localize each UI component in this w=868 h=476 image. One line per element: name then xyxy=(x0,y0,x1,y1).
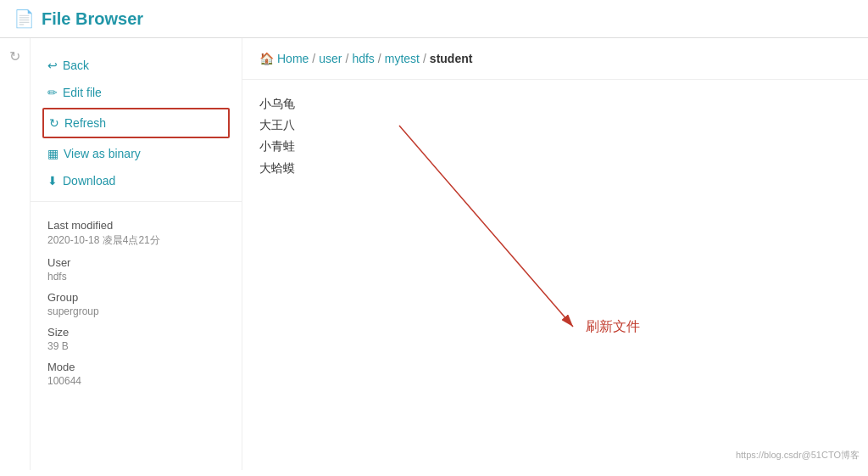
file-line: 小乌龟 xyxy=(259,93,851,115)
sidebar-edit-label: Edit file xyxy=(63,86,102,99)
file-browser-icon: 📄 xyxy=(14,8,35,29)
breadcrumb-home-label: Home xyxy=(277,52,309,65)
breadcrumb-mytest[interactable]: mytest xyxy=(385,52,420,65)
sidebar-item-refresh[interactable]: ↻ Refresh xyxy=(42,108,230,138)
app-header: 📄 File Browser xyxy=(0,0,868,38)
main-layout: ↻ ↩ Back ✏ Edit file ↻ Refresh ▦ View as… xyxy=(0,38,868,470)
edit-icon: ✏ xyxy=(47,86,58,99)
breadcrumb-sep-2: / xyxy=(345,52,348,65)
refresh-icon: ↻ xyxy=(49,116,59,130)
file-line: 大王八 xyxy=(259,115,851,136)
breadcrumb-sep-4: / xyxy=(423,52,426,65)
sidebar-download-label: Download xyxy=(63,174,115,188)
app-title: File Browser xyxy=(42,9,143,29)
breadcrumb-sep-1: / xyxy=(312,52,315,65)
sidebar-refresh-label: Refresh xyxy=(64,116,106,130)
nav-strip: ↻ xyxy=(0,38,31,470)
sidebar-item-edit-file[interactable]: ✏ Edit file xyxy=(31,79,242,106)
sidebar-item-download[interactable]: ⬇ Download xyxy=(31,167,242,194)
meta-value-user: hdfs xyxy=(47,271,225,283)
watermark: https://blog.csdr@51CTO博客 xyxy=(736,449,860,462)
breadcrumb: 🏠 Home / user / hdfs / mytest / student xyxy=(242,38,868,80)
breadcrumb-sep-3: / xyxy=(378,52,381,65)
download-icon: ⬇ xyxy=(47,174,58,188)
annotation-text: 刷新文件 xyxy=(586,318,640,336)
sidebar-binary-label: View as binary xyxy=(64,147,141,160)
meta-label-lastmod: Last modified xyxy=(47,219,225,232)
breadcrumb-user[interactable]: user xyxy=(319,52,342,65)
file-content-area: 小乌龟大王八小青蛙大蛤蟆 xyxy=(242,80,868,193)
meta-label-size: Size xyxy=(47,326,225,339)
refresh-nav-icon[interactable]: ↻ xyxy=(9,48,20,64)
meta-section: Last modified 2020-10-18 凌晨4点21分 User hd… xyxy=(31,209,242,406)
breadcrumb-current: student xyxy=(430,52,473,65)
breadcrumb-home[interactable]: 🏠 Home xyxy=(259,52,309,65)
home-icon: 🏠 xyxy=(259,52,274,65)
binary-icon: ▦ xyxy=(47,147,58,160)
meta-label-mode: Mode xyxy=(47,361,225,373)
meta-value-lastmod: 2020-10-18 凌晨4点21分 xyxy=(47,233,225,248)
main-content: 🏠 Home / user / hdfs / mytest / student … xyxy=(242,38,868,470)
sidebar: ↩ Back ✏ Edit file ↻ Refresh ▦ View as b… xyxy=(31,38,242,470)
sidebar-item-view-binary[interactable]: ▦ View as binary xyxy=(31,140,242,167)
meta-value-group: supergroup xyxy=(47,305,225,317)
sidebar-item-back[interactable]: ↩ Back xyxy=(31,52,242,79)
meta-label-user: User xyxy=(47,256,225,269)
meta-value-size: 39 B xyxy=(47,340,225,352)
file-line: 大蛤蟆 xyxy=(259,158,851,179)
sidebar-divider xyxy=(31,201,242,202)
file-line: 小青蛙 xyxy=(259,136,851,157)
back-icon: ↩ xyxy=(47,59,58,72)
sidebar-back-label: Back xyxy=(63,59,89,72)
breadcrumb-hdfs[interactable]: hdfs xyxy=(352,52,374,65)
meta-value-mode: 100644 xyxy=(47,375,225,387)
meta-label-group: Group xyxy=(47,291,225,304)
